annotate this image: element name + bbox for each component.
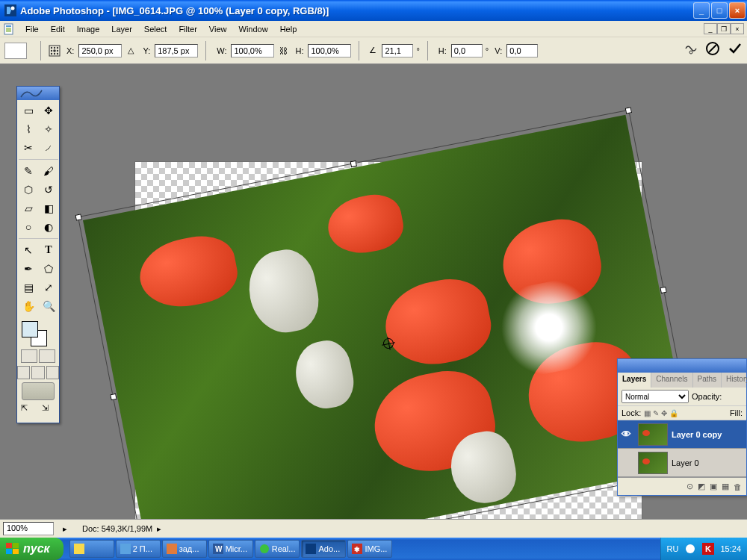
task-item-active[interactable]: Ado... xyxy=(301,540,346,558)
lasso-tool[interactable]: ⌇ xyxy=(19,120,38,138)
tray-icon[interactable] xyxy=(684,543,696,555)
dodge-tool[interactable]: ◐ xyxy=(39,218,58,236)
screen-mode-2[interactable] xyxy=(31,366,44,379)
minimize-button[interactable]: _ xyxy=(693,2,710,19)
menu-edit[interactable]: Edit xyxy=(45,23,71,35)
foreground-color[interactable] xyxy=(22,321,38,337)
y-input[interactable] xyxy=(155,44,198,57)
document-canvas[interactable] xyxy=(134,161,642,526)
reference-point-icon[interactable] xyxy=(49,45,61,57)
layer-row[interactable]: Layer 0 xyxy=(618,449,746,477)
zoom-field[interactable]: 100% xyxy=(3,522,54,535)
blur-tool[interactable]: ○ xyxy=(19,218,38,236)
imageready-button[interactable] xyxy=(22,382,55,400)
w-input[interactable] xyxy=(231,44,274,57)
handle-top-right[interactable] xyxy=(625,107,632,113)
mask-icon[interactable]: ◩ xyxy=(698,482,705,491)
shape-tool[interactable]: ⬠ xyxy=(39,260,58,278)
vskew-input[interactable] xyxy=(506,44,538,57)
layer-name[interactable]: Layer 0 xyxy=(672,458,699,467)
history-brush-tool[interactable]: ↺ xyxy=(39,181,58,199)
cancel-transform-icon[interactable] xyxy=(705,41,720,60)
path-select-tool[interactable]: ↖ xyxy=(19,241,38,259)
lock-transparency-icon[interactable]: ▦ xyxy=(644,409,651,417)
lock-all-icon[interactable]: 🔒 xyxy=(669,409,678,417)
toolbox-header[interactable] xyxy=(17,87,59,100)
fx-icon[interactable]: ⊙ xyxy=(686,482,693,491)
x-input[interactable] xyxy=(78,44,122,57)
brush-tool[interactable]: 🖌 xyxy=(39,162,58,180)
slice-tool[interactable]: ⟋ xyxy=(39,139,58,157)
handle-left[interactable] xyxy=(110,393,117,400)
link-icon[interactable]: ⛓ xyxy=(277,45,289,57)
crop-tool[interactable]: ✂ xyxy=(19,139,38,157)
layer-thumb[interactable] xyxy=(638,452,668,474)
eraser-tool[interactable]: ▱ xyxy=(19,199,38,217)
mdi-minimize-button[interactable]: _ xyxy=(704,23,717,34)
h-input[interactable] xyxy=(308,44,351,57)
tab-layers[interactable]: Layers xyxy=(618,373,651,388)
go-online-icon[interactable]: ⇱ xyxy=(21,403,34,415)
type-tool[interactable]: T xyxy=(39,241,58,259)
eyedropper-tool[interactable]: ⤢ xyxy=(39,279,58,296)
tool-preset-picker[interactable] xyxy=(4,43,27,59)
stamp-tool[interactable]: ⬡ xyxy=(19,181,38,199)
start-button[interactable]: пуск xyxy=(0,538,63,560)
task-item[interactable] xyxy=(69,540,114,558)
menu-window[interactable]: Window xyxy=(233,23,274,35)
screen-mode-1[interactable] xyxy=(17,366,30,379)
menu-help[interactable]: Help xyxy=(274,23,303,35)
handle-top-left[interactable] xyxy=(75,214,81,220)
marquee-tool[interactable]: ▭ xyxy=(19,102,38,119)
task-item[interactable]: Real... xyxy=(255,540,300,558)
maximize-button[interactable]: □ xyxy=(711,2,728,19)
hskew-input[interactable] xyxy=(451,44,483,57)
lock-position-icon[interactable]: ✥ xyxy=(661,409,667,417)
quickmask-mode-button[interactable] xyxy=(39,349,55,363)
wand-tool[interactable]: ✧ xyxy=(39,120,58,138)
hand-tool[interactable]: ✋ xyxy=(19,297,38,315)
handle-right[interactable] xyxy=(660,287,666,293)
warp-icon[interactable] xyxy=(684,42,698,59)
mdi-restore-button[interactable]: ❐ xyxy=(717,23,731,34)
tab-paths[interactable]: Paths xyxy=(693,373,722,388)
standard-mode-button[interactable] xyxy=(21,349,37,363)
color-swatches[interactable] xyxy=(20,320,56,346)
notes-tool[interactable]: ▤ xyxy=(19,279,38,296)
angle-input[interactable] xyxy=(382,44,413,57)
trash-icon[interactable]: 🗑 xyxy=(734,482,742,491)
commit-transform-icon[interactable] xyxy=(728,41,743,60)
menu-layer[interactable]: Layer xyxy=(105,23,138,35)
panel-header[interactable] xyxy=(618,359,746,373)
task-item[interactable]: зад... xyxy=(162,540,207,558)
gradient-tool[interactable]: ◧ xyxy=(39,199,58,217)
zoom-tool[interactable]: 🔍 xyxy=(39,297,58,315)
tab-history[interactable]: History xyxy=(722,373,747,388)
screen-mode-3[interactable] xyxy=(46,366,59,379)
task-item[interactable]: WMicr... xyxy=(208,540,253,558)
layer-name[interactable]: Layer 0 copy xyxy=(672,430,722,439)
menu-select[interactable]: Select xyxy=(138,23,173,35)
new-layer-icon[interactable]: ▦ xyxy=(722,482,729,491)
kaspersky-icon[interactable]: K xyxy=(702,543,714,555)
layer-thumb[interactable] xyxy=(638,423,668,446)
clock[interactable]: 15:24 xyxy=(720,544,741,553)
menu-view[interactable]: View xyxy=(203,23,233,35)
menu-filter[interactable]: Filter xyxy=(173,23,202,35)
pen-tool[interactable]: ✒ xyxy=(19,260,38,278)
language-indicator[interactable]: RU xyxy=(667,544,679,553)
blend-mode-select[interactable]: Normal xyxy=(622,390,689,403)
close-button[interactable]: × xyxy=(729,2,746,19)
visibility-icon[interactable]: 👁 xyxy=(618,429,634,440)
layer-row[interactable]: 👁 Layer 0 copy xyxy=(618,420,746,449)
folder-icon[interactable]: ▣ xyxy=(710,482,717,491)
tab-channels[interactable]: Channels xyxy=(651,373,692,388)
task-item[interactable]: 2 П... xyxy=(116,540,161,558)
menu-file[interactable]: File xyxy=(19,23,45,35)
menu-image[interactable]: Image xyxy=(71,23,106,35)
task-item[interactable]: ✱IMG... xyxy=(347,540,392,558)
go-online-icon-2[interactable]: ⇲ xyxy=(42,403,55,415)
healing-tool[interactable]: ✎ xyxy=(19,162,38,180)
lock-paint-icon[interactable]: ✎ xyxy=(653,409,659,417)
move-tool[interactable]: ✥ xyxy=(39,102,58,119)
